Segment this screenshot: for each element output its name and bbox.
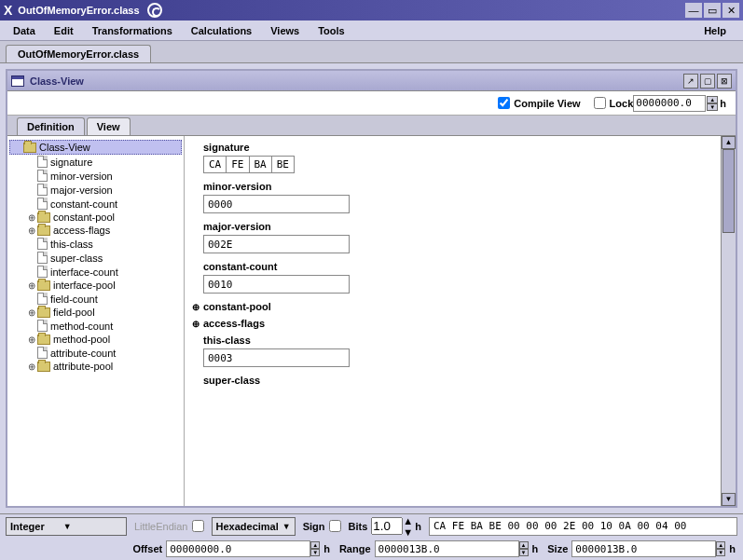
menu-calculations[interactable]: Calculations	[184, 23, 259, 38]
range-input[interactable]	[375, 540, 519, 557]
size-spinner[interactable]: ▲▼	[716, 541, 725, 556]
tree-item-attribute-count[interactable]: attribute-count	[9, 346, 182, 360]
minimize-button[interactable]: —	[685, 3, 702, 18]
constant-count-input[interactable]	[203, 275, 350, 294]
sign-checkbox[interactable]	[329, 520, 341, 532]
major-version-input[interactable]	[203, 235, 350, 253]
menu-transformations[interactable]: Transformations	[85, 23, 180, 38]
tab-definition[interactable]: Definition	[17, 117, 85, 135]
tree-pane[interactable]: Class-View signatureminor-versionmajor-v…	[7, 136, 185, 506]
bits-spinner[interactable]: ▲▼	[403, 515, 413, 538]
lock-spinner[interactable]: ▲▼	[707, 96, 718, 111]
maximize-button[interactable]: ▭	[704, 3, 721, 18]
file-icon	[37, 293, 48, 305]
range-spinner[interactable]: ▲▼	[519, 541, 529, 556]
tree-item-label: signature	[50, 157, 92, 168]
sig-byte-3[interactable]: BE	[271, 156, 295, 173]
options-row: Compile View Lock ▲▼ h	[7, 91, 736, 116]
expand-icon[interactable]: ⊕	[26, 225, 37, 236]
file-icon	[37, 170, 48, 182]
bits-input[interactable]	[371, 517, 403, 535]
tree-item-method-pool[interactable]: ⊕method-pool	[9, 333, 182, 346]
type-combo[interactable]: Integer ▼	[6, 517, 127, 536]
tree-item-label: method-pool	[53, 334, 110, 345]
panel-header: Class-View ↗ ▢ ⊠	[7, 71, 736, 91]
menu-help[interactable]: Help	[696, 23, 734, 38]
file-icon	[37, 266, 48, 278]
sig-byte-0[interactable]: CA	[203, 156, 226, 173]
sig-byte-2[interactable]: BA	[249, 156, 271, 173]
tab-view[interactable]: View	[87, 117, 131, 135]
section-access-flags[interactable]: ⊕ access-flags	[190, 318, 726, 329]
expand-icon[interactable]: ⊕	[26, 307, 37, 318]
scroll-up-icon[interactable]: ▲	[722, 136, 736, 149]
window-icon	[11, 75, 24, 87]
tree-item-field-pool[interactable]: ⊕field-pool	[9, 306, 182, 319]
this-class-input[interactable]	[203, 348, 350, 367]
size-label: Size	[547, 543, 568, 554]
filetab[interactable]: OutOfMemoryError.class	[6, 45, 151, 62]
section-constant-pool[interactable]: ⊕ constant-pool	[190, 301, 726, 312]
tree-item-label: field-pool	[53, 307, 95, 318]
close-button[interactable]: ✕	[722, 3, 739, 18]
range-label: Range	[339, 543, 371, 554]
menubar: Data Edit Transformations Calculations V…	[0, 20, 743, 41]
size-input[interactable]	[571, 540, 716, 557]
panel-maximize-button[interactable]: ▢	[700, 74, 715, 89]
expand-icon[interactable]: ⊕	[190, 319, 201, 329]
compile-view-toggle[interactable]: Compile View	[498, 97, 580, 109]
expand-icon[interactable]: ⊕	[26, 335, 37, 345]
tree-item-interface-pool[interactable]: ⊕interface-pool	[9, 279, 182, 292]
vertical-scrollbar[interactable]: ▲ ▼	[721, 136, 736, 506]
offset-input[interactable]	[166, 540, 310, 557]
file-icon	[37, 184, 48, 196]
expand-icon[interactable]: ⊕	[26, 280, 37, 291]
tree-item-major-version[interactable]: major-version	[9, 183, 182, 197]
menu-data[interactable]: Data	[6, 23, 43, 38]
tree-item-super-class[interactable]: super-class	[9, 251, 182, 265]
scroll-thumb[interactable]	[722, 149, 735, 233]
range-h: h	[532, 543, 539, 554]
scroll-down-icon[interactable]: ▼	[722, 493, 736, 506]
tree-item-method-count[interactable]: method-count	[9, 319, 182, 333]
tree-item-constant-count[interactable]: constant-count	[9, 197, 182, 211]
filetab-bar: OutOfMemoryError.class	[0, 41, 743, 63]
sig-byte-1[interactable]: FE	[226, 156, 248, 173]
file-icon	[37, 238, 48, 250]
menu-views[interactable]: Views	[263, 23, 307, 38]
field-constant-count-label: constant-count	[203, 261, 726, 272]
panel-detach-button[interactable]: ↗	[683, 74, 698, 89]
detail-pane: signature CA FE BA BE minor-version m	[185, 136, 736, 506]
bits-h-suffix: h	[415, 521, 421, 532]
panel-close-button[interactable]: ⊠	[717, 74, 732, 89]
tree-item-label: interface-pool	[53, 280, 116, 291]
tree-root[interactable]: Class-View	[9, 140, 182, 155]
expand-icon[interactable]: ⊕	[26, 212, 37, 223]
endian-checkbox[interactable]	[192, 520, 204, 532]
tree-item-interface-count[interactable]: interface-count	[9, 265, 182, 279]
hex-dump-line[interactable]: CA FE BA BE 00 00 00 2E 00 10 0A 00 04 0…	[429, 517, 737, 536]
tree-item-field-count[interactable]: field-count	[9, 292, 182, 306]
tree-item-this-class[interactable]: this-class	[9, 237, 182, 251]
minor-version-input[interactable]	[203, 195, 350, 213]
lock-checkbox[interactable]	[594, 97, 606, 109]
dropdown-icon: ▼	[282, 522, 291, 531]
folder-icon	[37, 335, 50, 345]
tree-item-attribute-pool[interactable]: ⊕attribute-pool	[9, 360, 182, 373]
offset-spinner[interactable]: ▲▼	[310, 541, 320, 556]
tree-item-signature[interactable]: signature	[9, 155, 182, 169]
expand-icon[interactable]: ⊕	[26, 362, 37, 372]
tree-item-constant-pool[interactable]: ⊕constant-pool	[9, 211, 182, 224]
tree-item-label: interface-count	[50, 266, 118, 278]
compile-view-checkbox[interactable]	[498, 97, 510, 109]
format-combo[interactable]: Hexadecimal ▼	[212, 517, 296, 536]
menu-tools[interactable]: Tools	[310, 23, 352, 38]
lock-value-input[interactable]	[633, 95, 706, 112]
expand-icon[interactable]: ⊕	[190, 302, 201, 312]
tree-item-access-flags[interactable]: ⊕access-flags	[9, 224, 182, 237]
file-icon	[37, 320, 48, 332]
format-combo-label: Hexadecimal	[216, 521, 279, 532]
lock-toggle[interactable]: Lock	[594, 97, 634, 109]
menu-edit[interactable]: Edit	[47, 23, 81, 38]
tree-item-minor-version[interactable]: minor-version	[9, 169, 182, 183]
